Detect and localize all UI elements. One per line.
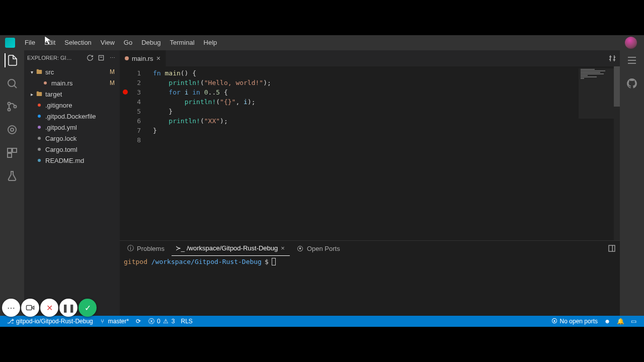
ports-icon: ⦿ [297, 245, 304, 252]
svg-point-12 [38, 115, 41, 118]
editor-code[interactable]: fn main() { println!("Hello, world!"); f… [150, 66, 271, 240]
status-layout[interactable]: ▭ [627, 318, 640, 325]
code-line[interactable]: fn main() { [153, 68, 271, 78]
code-line[interactable]: println!("{}", i); [153, 97, 271, 107]
chevron-icon: ▾ [28, 69, 35, 75]
rec-cancel-button[interactable]: ✕ [40, 299, 58, 317]
code-line[interactable] [153, 135, 271, 145]
line-number[interactable]: 1 [120, 68, 150, 78]
menu-go[interactable]: Go [119, 35, 137, 50]
folder-icon [35, 68, 43, 76]
folder-src[interactable]: ▾srcM [24, 66, 120, 77]
bottom-panel: ⓘ Problems ≻_ /workspace/Gitpod-Rust-Deb… [120, 240, 620, 316]
panel-layout-icon[interactable] [606, 242, 618, 254]
file--gitignore[interactable]: .gitignore [24, 100, 120, 111]
editor-body[interactable]: 12345678 fn main() { println!("Hello, wo… [120, 66, 620, 240]
terminal-user: gitpod [124, 258, 147, 265]
file-Cargo-lock[interactable]: Cargo.lock [24, 133, 120, 144]
rec-done-button[interactable]: ✓ [78, 299, 97, 317]
tab-terminal[interactable]: ≻_ /workspace/Gitpod-Rust-Debug × [172, 241, 290, 256]
refresh-icon[interactable] [86, 53, 95, 62]
activity-bar-right [620, 50, 644, 316]
explorer-header: EXPLORER: GI… ⋯ [24, 50, 120, 65]
line-number[interactable]: 6 [120, 116, 150, 126]
ports-icon: ⦿ [551, 318, 558, 325]
folder-icon [35, 90, 43, 98]
tree-item-label: README.md [45, 157, 120, 164]
git-icon [35, 101, 43, 109]
minimap[interactable] [579, 68, 614, 119]
folder-target[interactable]: ▸target [24, 88, 120, 100]
line-number[interactable]: 5 [120, 107, 150, 116]
code-line[interactable]: } [153, 107, 271, 116]
tree-item-label: src [45, 68, 110, 76]
menu-debug[interactable]: Debug [137, 35, 165, 50]
menu-help[interactable]: Help [199, 35, 222, 50]
line-number[interactable]: 8 [120, 135, 150, 145]
svg-point-0 [8, 79, 15, 86]
status-repo[interactable]: ⎇ gitpod-io/Gitpod-Rust-Debug [4, 318, 96, 325]
menu-selection[interactable]: Selection [60, 35, 96, 50]
menu-terminal[interactable]: Terminal [165, 35, 199, 50]
status-sync[interactable]: ⟳ [132, 318, 145, 325]
file--gitpod-yml[interactable]: .gitpod.yml [24, 122, 120, 133]
terminal-body[interactable]: gitpod /workspace/Gitpod-Rust-Debug $ [120, 256, 620, 316]
code-line[interactable]: } [153, 126, 271, 135]
debug-icon[interactable] [5, 123, 19, 137]
file-README-md[interactable]: README.md [24, 155, 120, 166]
search-icon[interactable] [5, 76, 19, 90]
file-tree: ▾srcMmain.rsM▸target.gitignore.gitpod.Do… [24, 65, 120, 167]
svg-point-3 [14, 106, 17, 108]
compare-icon[interactable] [605, 50, 620, 66]
editor-tab-main-rs[interactable]: main.rs × [120, 50, 166, 66]
status-feedback[interactable]: ☻ [601, 318, 614, 325]
source-control-icon[interactable] [5, 100, 19, 114]
more-icon[interactable]: ⋯ [108, 53, 117, 62]
file-main-rs[interactable]: main.rsM [24, 77, 120, 88]
editor-gutter[interactable]: 12345678 [120, 66, 150, 240]
code-line[interactable]: println!("Hello, world!"); [153, 78, 271, 87]
rec-more-button[interactable]: ⋯ [2, 299, 20, 317]
collapse-icon[interactable] [97, 53, 106, 62]
svg-rect-7 [13, 148, 17, 152]
bell-icon: 🔔 [617, 318, 624, 325]
explorer-icon[interactable] [5, 53, 19, 67]
menu-file[interactable]: File [20, 35, 40, 50]
chevron-icon: ▸ [28, 92, 35, 97]
github-icon[interactable] [625, 76, 639, 90]
test-icon[interactable] [5, 169, 19, 183]
close-icon[interactable]: × [281, 244, 285, 252]
status-lang[interactable]: RLS [178, 318, 195, 325]
scrollbar[interactable] [614, 66, 620, 240]
tab-problems[interactable]: ⓘ Problems [122, 241, 170, 256]
status-ports[interactable]: ⦿ No open ports [548, 318, 601, 325]
code-line[interactable]: for i in 0..5 { [153, 87, 271, 97]
svg-point-11 [38, 104, 41, 107]
file-Cargo-toml[interactable]: Cargo.toml [24, 144, 120, 155]
md-icon [35, 156, 43, 164]
gitpod-logo [5, 38, 15, 48]
status-bell[interactable]: 🔔 [614, 318, 627, 325]
close-icon[interactable]: × [156, 54, 160, 62]
line-number[interactable]: 2 [120, 78, 150, 87]
tree-item-label: .gitignore [45, 102, 120, 109]
line-number[interactable]: 7 [120, 126, 150, 135]
git-status-badge: M [110, 79, 115, 86]
feedback-icon: ☻ [604, 318, 611, 325]
svg-point-15 [38, 148, 41, 151]
code-line[interactable]: println!("XX"); [153, 116, 271, 126]
outline-icon[interactable] [625, 53, 639, 67]
menu-view[interactable]: View [96, 35, 119, 50]
breakpoint-marker[interactable] [123, 89, 128, 95]
error-icon: ⓧ [148, 318, 155, 325]
status-errors[interactable]: ⓧ 0 ⚠ 3 [145, 318, 178, 325]
rec-pause-button[interactable]: ❚❚ [59, 299, 77, 317]
svg-point-5 [11, 128, 14, 131]
tab-open-ports[interactable]: ⦿ Open Ports [292, 241, 345, 256]
extensions-icon[interactable] [5, 146, 19, 160]
line-number[interactable]: 4 [120, 97, 150, 107]
rec-camera-button[interactable] [21, 299, 39, 317]
status-branch[interactable]: ⑂ master* [96, 318, 132, 325]
avatar[interactable] [625, 37, 637, 49]
file--gitpod-Dockerfile[interactable]: .gitpod.Dockerfile [24, 111, 120, 122]
